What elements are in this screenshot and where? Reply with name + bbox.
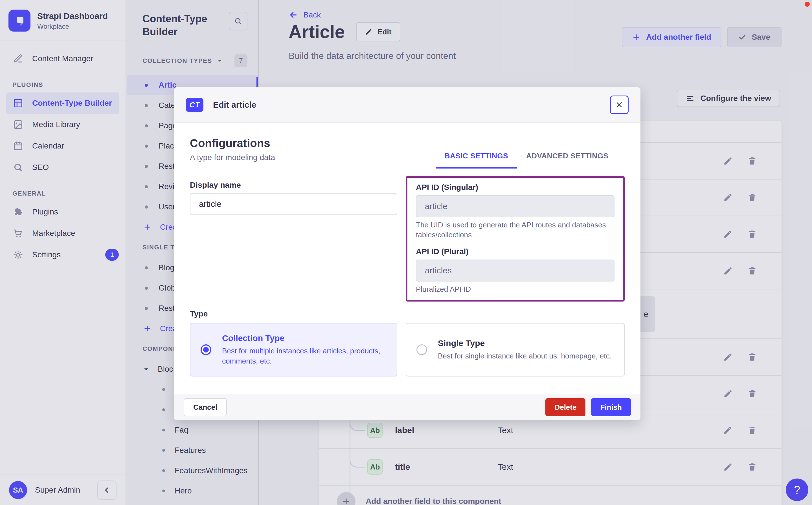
configurations-subheading: A type for modeling data — [190, 153, 275, 162]
api-id-singular-input[interactable] — [416, 195, 614, 217]
modal-header: CT Edit article — [174, 88, 641, 123]
modal-footer: Cancel Delete Finish — [174, 394, 641, 420]
tab-advanced-settings[interactable]: ADVANCED SETTINGS — [517, 152, 617, 168]
radio-unselected-icon[interactable] — [417, 344, 427, 355]
finish-button[interactable]: Finish — [591, 398, 631, 416]
delete-button[interactable]: Delete — [545, 398, 585, 416]
tab-basic-settings[interactable]: BASIC SETTINGS — [436, 152, 517, 168]
recording-indicator-dot — [805, 2, 810, 7]
collection-type-title: Collection Type — [222, 333, 386, 343]
help-button[interactable]: ? — [786, 479, 808, 501]
api-id-plural-input[interactable] — [416, 260, 614, 282]
api-id-plural-helper: Pluralized API ID — [416, 284, 613, 294]
modal-title: Edit article — [213, 100, 256, 110]
collection-type-option[interactable]: Collection Type Best for multiple instan… — [190, 323, 397, 376]
display-name-label: Display name — [190, 181, 397, 190]
question-mark-icon: ? — [794, 484, 800, 496]
api-id-singular-label: API ID (Singular) — [416, 183, 614, 192]
api-id-singular-helper: The UID is used to generate the API rout… — [416, 220, 613, 240]
single-type-description: Best for single instance like about us, … — [438, 351, 612, 361]
radio-selected-icon[interactable] — [201, 344, 211, 355]
api-id-highlight-box: API ID (Singular) The UID is used to gen… — [406, 176, 625, 302]
type-section-label: Type — [190, 309, 625, 318]
single-type-option[interactable]: Single Type Best for single instance lik… — [406, 323, 625, 376]
display-name-input[interactable] — [190, 193, 397, 215]
single-type-title: Single Type — [438, 338, 612, 348]
close-modal-button[interactable] — [610, 96, 628, 114]
configurations-heading: Configurations — [190, 137, 275, 150]
api-id-plural-label: API ID (Plural) — [416, 247, 614, 256]
settings-tabs: BASIC SETTINGS ADVANCED SETTINGS — [436, 152, 617, 168]
close-icon — [615, 101, 623, 109]
cancel-button[interactable]: Cancel — [184, 398, 227, 416]
edit-article-modal: CT Edit article Configurations A type fo… — [174, 88, 641, 420]
content-type-badge: CT — [186, 98, 204, 112]
collection-type-description: Best for multiple instances like article… — [222, 346, 386, 366]
